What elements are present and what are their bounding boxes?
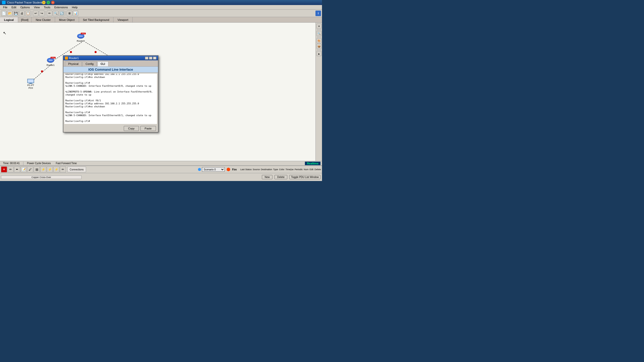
power-cycle-btn[interactable]: Power Cycle Devices <box>25 162 52 165</box>
draw-btn3[interactable]: 📝 <box>21 166 27 172</box>
rs-sep3 <box>317 50 321 50</box>
connections-label: Connections <box>67 167 86 172</box>
router1-label: Router1 <box>47 64 55 67</box>
delete-tool-btn[interactable]: ✕ <box>1 166 7 172</box>
save-button[interactable]: 💾 <box>13 11 19 16</box>
time-display: Time: 00:03:41 <box>2 162 21 165</box>
refresh-button[interactable]: 🔃 <box>59 11 64 16</box>
draw-btn6[interactable]: ⚡ <box>40 166 46 172</box>
bottom-panel: ✕ ✏ ✒ 📝 🖊 ▤ ⚡ ⚡ ⚡ ✏ Connections Scenario… <box>0 165 322 181</box>
dialog-maximize[interactable]: □ <box>149 57 152 60</box>
copper-crossover-label: Copper Cross-Over <box>1 175 82 179</box>
svg-point-5 <box>95 51 97 53</box>
move-object-button[interactable]: Move Object <box>55 17 79 22</box>
cli-content[interactable]: Press RETURN to get started! Router>enab… <box>64 74 157 124</box>
undo-button[interactable]: ↩ <box>33 11 38 16</box>
time-col: Time(se <box>286 168 294 171</box>
toolbar: 📄 📂 💾 🖨 📋 ↩ ↪ ✏ 🔍 🔃 🖥 📊 i <box>0 10 322 17</box>
router1-dialog: 🔶 Router1 ─ □ ✕ Physical Config CLI IOS … <box>63 55 158 132</box>
dialog-minimize[interactable]: ─ <box>145 57 148 60</box>
new-button[interactable]: 📄 <box>1 11 7 16</box>
rs-up-btn[interactable]: ▲ <box>316 51 321 56</box>
logical-tab[interactable]: Logical <box>0 17 18 22</box>
type-col: Type <box>273 168 278 171</box>
draw-btn9[interactable]: ✏ <box>60 166 66 172</box>
draw-btn4[interactable]: 🖊 <box>27 166 33 172</box>
toolbar-separator <box>32 11 32 16</box>
network-canvas[interactable]: ↖ <box>0 23 315 161</box>
svg-text:1841: 1841 <box>79 35 83 37</box>
open-button[interactable]: 📂 <box>7 11 13 16</box>
monitor-button[interactable]: 🖥 <box>67 11 72 16</box>
tab-physical[interactable]: Physical <box>65 61 82 66</box>
right-sidebar: ✕ 🔍 🎨 📦 ▲ <box>315 23 322 161</box>
select-button[interactable]: ✏ <box>47 11 52 16</box>
menu-extensions[interactable]: Extensions <box>52 5 70 9</box>
rs-sep1 <box>317 30 321 30</box>
pc0-label: PC-PTPC0 <box>27 84 34 89</box>
maximize-button[interactable]: □ <box>47 1 50 4</box>
num-col: Num <box>304 168 308 171</box>
draw-btn1[interactable]: ✏ <box>8 166 14 172</box>
destination-col: Destination <box>261 168 272 171</box>
menu-options[interactable]: Options <box>18 5 32 9</box>
menu-file[interactable]: File <box>1 5 10 9</box>
menubar: File Edit Options View Tools Extensions … <box>0 5 322 10</box>
canvas-cursor: ↖ <box>3 31 8 36</box>
redo-button[interactable]: ↪ <box>39 11 45 16</box>
print-button[interactable]: 🖨 <box>19 11 25 16</box>
dialog-footer: Copy Paste <box>63 125 158 132</box>
paste-button[interactable]: Paste <box>140 126 156 131</box>
periodic-col: Periodic <box>295 168 303 171</box>
info-button[interactable]: i <box>315 11 321 16</box>
draw-btn2[interactable]: ✒ <box>14 166 20 172</box>
draw-btn8[interactable]: ⚡ <box>53 166 59 172</box>
set-background-button[interactable]: Set Tiled Background <box>79 17 114 22</box>
menu-tools[interactable]: Tools <box>42 5 52 9</box>
color-col: Color <box>279 168 285 171</box>
tab-cli[interactable]: CLI <box>97 61 108 66</box>
rs-close-btn[interactable]: ✕ <box>316 24 321 29</box>
menu-edit[interactable]: Edit <box>10 5 18 9</box>
chart-button[interactable]: 📊 <box>73 11 78 16</box>
router1-device[interactable]: 1841 1841 Router1 <box>47 57 55 67</box>
dialog-close[interactable]: ✕ <box>153 57 156 60</box>
window-controls: ─ □ ✕ <box>42 1 55 4</box>
copy-button[interactable]: Copy <box>124 126 139 131</box>
pdu-area: Copper Cross-Over New Delete Toggle PDU … <box>0 173 322 181</box>
dialog-tabs: Physical Config CLI <box>63 60 158 67</box>
viewport-button[interactable]: Viewport <box>113 17 133 22</box>
fire-indicator <box>227 168 230 171</box>
new-pdu-button[interactable]: New <box>262 175 272 179</box>
svg-point-6 <box>41 70 43 72</box>
scenario-icon <box>198 168 201 171</box>
last-status-col: Last Status <box>240 168 252 171</box>
toolbar-separator3 <box>65 11 66 16</box>
dialog-titlebar: 🔶 Router1 ─ □ ✕ <box>63 56 158 60</box>
menu-view[interactable]: View <box>32 5 42 9</box>
toggle-pdu-button[interactable]: Toggle PDU List Window <box>289 175 320 179</box>
router0-label: Router0 <box>77 40 85 42</box>
svg-rect-20 <box>28 83 33 84</box>
new-cluster-button[interactable]: New Cluster <box>32 17 55 22</box>
zoom-button[interactable]: 🔍 <box>53 11 58 16</box>
svg-rect-18 <box>28 79 33 82</box>
router0-badge: 1841 <box>81 33 86 34</box>
router0-device[interactable]: 1841 1841 Router0 <box>77 33 85 42</box>
rs-palette-btn[interactable]: 🎨 <box>316 38 321 43</box>
scenario-select[interactable]: Scenario 0 <box>202 167 225 172</box>
pc0-device[interactable]: PC-PTPC0 <box>27 78 34 89</box>
cli-text: Press RETURN to get started! Router>enab… <box>65 74 156 123</box>
rs-box-btn[interactable]: 📦 <box>316 44 321 49</box>
rs-search-btn[interactable]: 🔍 <box>316 31 321 36</box>
minimize-button[interactable]: ─ <box>42 1 46 4</box>
copy-button[interactable]: 📋 <box>25 11 31 16</box>
draw-btn5[interactable]: ▤ <box>34 166 40 172</box>
app-icon <box>2 1 6 4</box>
draw-btn7[interactable]: ⚡ <box>47 166 53 172</box>
tab-config[interactable]: Config <box>82 61 97 66</box>
fast-forward-btn[interactable]: Fast Forward Time <box>54 162 78 165</box>
delete-pdu-button[interactable]: Delete <box>274 175 287 179</box>
menu-help[interactable]: Help <box>70 5 80 9</box>
close-button[interactable]: ✕ <box>51 1 55 4</box>
